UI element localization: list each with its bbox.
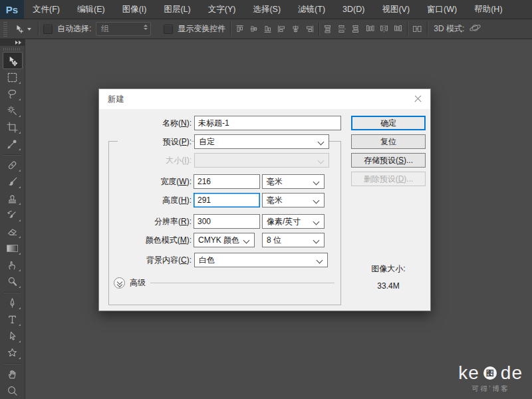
width-unit-dropdown[interactable]: 毫米 xyxy=(262,174,325,189)
distribute-horizontal-centers-icon[interactable] xyxy=(380,25,388,33)
hand-tool[interactable] xyxy=(3,366,23,382)
resolution-unit-dropdown[interactable]: 像素/英寸 xyxy=(262,214,325,229)
show-transform-checkbox[interactable] xyxy=(164,25,173,34)
chevron-down-icon xyxy=(313,198,320,204)
color-mode-dropdown[interactable]: CMYK 颜色 xyxy=(194,233,255,247)
menu-item-layer[interactable]: 图层(L) xyxy=(155,0,199,19)
magic-wand-tool[interactable] xyxy=(3,102,23,119)
bit-depth-dropdown[interactable]: 8 位 xyxy=(262,233,325,247)
save-preset-button[interactable]: 存储预设(S)... xyxy=(351,153,426,168)
spot-healing-brush-tool[interactable] xyxy=(3,157,23,174)
crop-tool[interactable] xyxy=(3,119,23,136)
preset-dropdown[interactable]: 自定 xyxy=(194,134,329,149)
align-vertical-centers-icon[interactable] xyxy=(249,25,258,33)
gradient-tool[interactable] xyxy=(3,240,23,257)
reset-button[interactable]: 复位 xyxy=(351,134,426,149)
custom-shape-tool[interactable] xyxy=(3,344,23,361)
chevron-down-icon xyxy=(318,139,325,146)
label-pre: 存储预设( xyxy=(364,155,398,166)
align-left-edges-icon[interactable] xyxy=(277,25,286,33)
mnemonic: C xyxy=(181,255,187,265)
menu-item-type[interactable]: 文字(Y) xyxy=(200,0,245,19)
distribute-top-edges-icon[interactable] xyxy=(324,25,332,33)
move-tool-icon xyxy=(14,24,25,35)
height-unit-dropdown[interactable]: 毫米 xyxy=(262,193,325,207)
name-field-label: 名称(N): xyxy=(99,116,192,130)
menu-item-help[interactable]: 帮助(H) xyxy=(466,0,511,19)
dodge-tool[interactable] xyxy=(3,273,23,290)
chevron-down-icon xyxy=(313,237,320,244)
pen-tool[interactable] xyxy=(3,295,23,311)
watermark-badge: 图 xyxy=(483,366,497,380)
close-icon[interactable] xyxy=(413,94,424,104)
rectangular-marquee-tool[interactable] xyxy=(3,69,23,86)
label-post: ): xyxy=(187,156,192,165)
auto-select-checkbox[interactable] xyxy=(43,25,53,34)
mnemonic: N xyxy=(181,118,187,128)
resolution-input[interactable] xyxy=(194,214,260,229)
history-brush-tool[interactable] xyxy=(3,207,23,223)
width-input[interactable] xyxy=(194,174,260,189)
mnemonic: M xyxy=(180,235,187,245)
align-horizontal-centers-icon[interactable] xyxy=(291,25,300,33)
menu-item-filter[interactable]: 滤镜(T) xyxy=(289,0,334,19)
move-tool[interactable] xyxy=(3,52,23,69)
mnemonic: R xyxy=(181,217,187,226)
eraser-tool[interactable] xyxy=(3,223,23,240)
label-pre: 大小( xyxy=(166,156,184,165)
type-tool[interactable] xyxy=(3,311,23,328)
clone-stamp-tool[interactable] xyxy=(3,190,23,207)
size-dropdown xyxy=(194,153,329,168)
align-right-edges-icon[interactable] xyxy=(305,25,314,33)
tools-panel-grip[interactable] xyxy=(3,48,21,51)
ok-button[interactable]: 确定 xyxy=(351,116,426,130)
menu-item-select[interactable]: 选择(S) xyxy=(244,0,289,19)
menu-item-3d[interactable]: 3D(D) xyxy=(334,0,373,19)
path-selection-tool[interactable] xyxy=(3,328,23,344)
tools-panel xyxy=(0,39,25,399)
brush-tool[interactable] xyxy=(3,174,23,190)
smudge-tool[interactable] xyxy=(3,257,23,273)
menu-item-view[interactable]: 视图(V) xyxy=(373,0,418,19)
advanced-divider-line xyxy=(150,283,334,283)
height-input[interactable] xyxy=(194,193,260,207)
current-tool-button[interactable] xyxy=(12,24,33,35)
zoom-tool[interactable] xyxy=(3,382,23,399)
watermark-word1: ke xyxy=(458,364,479,382)
menu-item-edit[interactable]: 编辑(E) xyxy=(68,0,114,19)
menu-bar: Ps 文件(F) 编辑(E) 图像(I) 图层(L) 文字(Y) 选择(S) 滤… xyxy=(0,0,532,19)
distribute-left-edges-icon[interactable] xyxy=(366,25,374,33)
eyedropper-tool[interactable] xyxy=(3,136,23,152)
menu-item-window[interactable]: 窗口(W) xyxy=(418,0,466,19)
label-post: ): xyxy=(187,137,192,146)
3d-orbit-icon[interactable] xyxy=(469,22,481,37)
align-top-edges-icon[interactable] xyxy=(235,25,244,33)
advanced-section-toggle[interactable]: 高级 xyxy=(114,277,334,289)
lasso-tool[interactable] xyxy=(3,86,23,102)
width-unit-value: 毫米 xyxy=(267,176,283,188)
distribute-bottom-edges-icon[interactable] xyxy=(352,25,360,33)
chevron-down-icon xyxy=(313,219,320,225)
auto-select-target-dropdown[interactable]: 组 xyxy=(96,22,151,36)
resolution-field-label: 分辨率(R): xyxy=(99,214,192,229)
separator xyxy=(230,22,231,36)
collapse-panel-icon[interactable] xyxy=(0,39,25,46)
label-post: )... xyxy=(404,156,413,165)
auto-align-layers-icon[interactable] xyxy=(412,25,422,33)
image-size-label: 图像大小: xyxy=(351,263,426,275)
menu-item-file[interactable]: 文件(F) xyxy=(24,0,68,19)
options-bar-grip[interactable] xyxy=(3,22,7,37)
label-post: ): xyxy=(187,255,192,265)
label-pre: 颜色模式( xyxy=(146,235,180,245)
distribute-vertical-centers-icon[interactable] xyxy=(338,25,346,33)
background-dropdown[interactable]: 白色 xyxy=(194,253,328,267)
label-pre: 背景内容( xyxy=(146,255,181,265)
name-input[interactable] xyxy=(194,116,341,130)
color-mode-field-label: 颜色模式(M): xyxy=(99,233,192,247)
color-mode-value: CMYK 颜色 xyxy=(198,235,239,246)
distribute-right-edges-icon[interactable] xyxy=(394,25,402,33)
align-bottom-edges-icon[interactable] xyxy=(263,25,272,33)
height-unit-value: 毫米 xyxy=(267,195,283,206)
dialog-title: 新建 xyxy=(99,89,430,109)
menu-item-image[interactable]: 图像(I) xyxy=(114,0,156,19)
